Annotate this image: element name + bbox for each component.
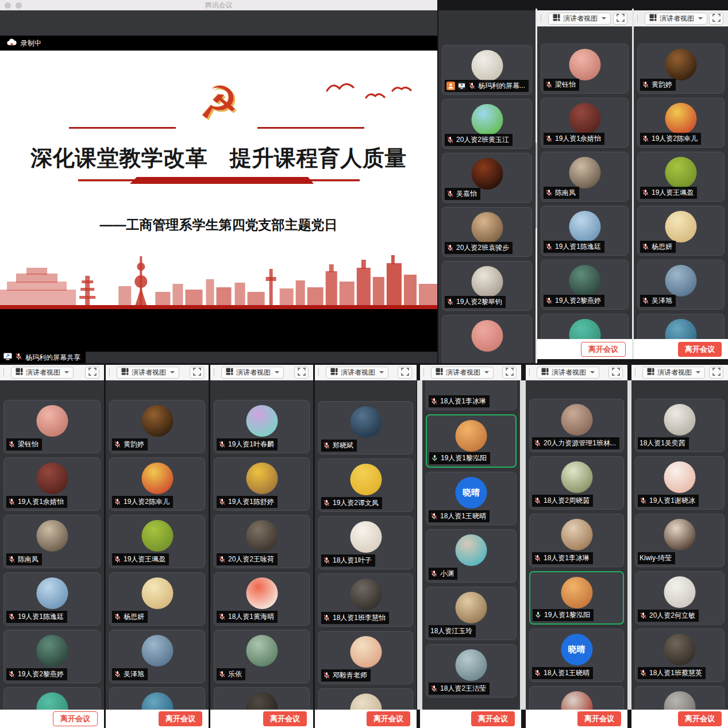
participant-tile[interactable]: 杨思妍 [109, 572, 205, 626]
participant-tile[interactable]: 18人资1李冰琳 [529, 514, 624, 567]
view-mode-dropdown[interactable]: 演讲者视图 [326, 367, 388, 379]
participant-tile[interactable]: 黄韵婷 [637, 44, 725, 94]
fullscreen-button[interactable] [398, 367, 412, 379]
view-mode-dropdown[interactable]: 演讲者视图 [645, 13, 707, 25]
participant-tile[interactable] [541, 314, 629, 339]
leave-meeting-button[interactable]: 离开会议 [263, 711, 307, 726]
participant-tile[interactable]: 19人资2陈幸儿 [109, 457, 205, 511]
participant-name-label: Kiwiy-绮莹 [638, 552, 675, 564]
participant-avatar [665, 49, 697, 80]
participant-tile[interactable] [442, 315, 532, 363]
fullscreen-button[interactable] [613, 13, 627, 25]
participant-tile[interactable]: 19人资2黎燕婷 [3, 630, 101, 683]
participant-tile[interactable]: 19人资王珮盈 [637, 152, 725, 202]
participant-tile[interactable]: 19人资1陈逸廷 [3, 572, 101, 626]
participant-tile[interactable] [3, 687, 101, 710]
participant-tile[interactable]: Kiwiy-绮莹 [635, 514, 725, 567]
screen-share-badge-icon [457, 82, 466, 90]
fullscreen-button[interactable] [85, 367, 99, 379]
participant-tile[interactable]: 19人资1黎泓阳 [426, 414, 517, 468]
participant-tile[interactable]: 19人资2黎翠钧 [442, 261, 532, 311]
participant-tile[interactable]: 18人资2周晓茵 [529, 456, 624, 510]
participant-tile[interactable]: 晓晴18人资1王晓晴 [426, 472, 517, 525]
fullscreen-button[interactable] [294, 367, 309, 379]
participant-tile[interactable]: 陈南凤 [541, 152, 629, 202]
participant-tile[interactable]: 18人资1班李慧怡 [318, 573, 413, 627]
participant-tile[interactable]: 18人资1班蔡慧英 [635, 629, 725, 682]
fullscreen-button[interactable] [709, 367, 723, 379]
view-mode-dropdown[interactable]: 演讲者视图 [431, 367, 494, 379]
participant-tile[interactable]: 19人资2黎燕婷 [541, 260, 629, 310]
participant-name-label: 18人资江玉玲 [429, 625, 476, 637]
participant-tile[interactable]: 19人资王珮盈 [109, 515, 205, 568]
leave-meeting-button[interactable]: 离开会议 [53, 711, 98, 726]
view-mode-dropdown[interactable]: 演讲者视图 [11, 367, 74, 379]
participant-tile[interactable]: 20人资2王咏荷 [214, 515, 310, 568]
participant-tile[interactable]: 杨玛利的屏幕... [442, 45, 532, 95]
leave-meeting-button[interactable]: 离开会议 [678, 711, 722, 726]
participant-tile[interactable]: 吴泽旭 [637, 260, 725, 310]
participant-tile[interactable] [109, 687, 205, 710]
participant-tile[interactable]: 吴泽旭 [109, 630, 205, 683]
participant-tile[interactable]: 19人资2陈幸儿 [637, 98, 725, 148]
participant-tile[interactable]: 郑晓斌 [318, 401, 413, 454]
participant-tile[interactable]: 19人资1陈逸廷 [541, 206, 629, 256]
participant-tile[interactable]: 黄韵婷 [109, 400, 205, 453]
participant-tile[interactable] [637, 314, 725, 339]
caret-down-icon [64, 371, 69, 373]
participant-name-label: 吴泽旭 [112, 668, 148, 680]
participant-name-label: 19人资2陈幸儿 [112, 496, 173, 508]
participant-tile[interactable]: 乐依 [214, 630, 310, 683]
participant-tile[interactable]: 18人资1黄海晴 [214, 572, 310, 626]
leave-meeting-button[interactable]: 离开会议 [577, 711, 621, 726]
fullscreen-button[interactable] [190, 367, 204, 379]
mic-muted-icon [545, 135, 553, 142]
participant-tile[interactable] [214, 687, 310, 710]
leave-meeting-button[interactable]: 离开会议 [581, 342, 626, 357]
leave-meeting-button[interactable]: 离开会议 [471, 711, 515, 726]
participant-tile[interactable]: 20人资2班黄玉江 [442, 99, 532, 149]
participant-tile[interactable]: 19人资1佘婧怡 [541, 98, 629, 148]
fullscreen-button[interactable] [709, 13, 723, 25]
participant-tile[interactable]: 18人资1李冰琳 [426, 380, 517, 410]
participant-tile[interactable]: 18人资2王洁莹 [426, 644, 517, 698]
view-mode-dropdown[interactable]: 演讲者视图 [537, 367, 599, 379]
participant-tile[interactable]: 小渊 [426, 529, 517, 583]
participant-tile[interactable]: 19人资1黎泓阳 [529, 571, 624, 625]
participant-tile[interactable]: 20人资2何立敏 [635, 571, 725, 625]
leave-meeting-button[interactable]: 离开会议 [159, 711, 202, 726]
leave-meeting-button[interactable]: 离开会议 [678, 342, 722, 357]
participant-tile[interactable] [318, 688, 413, 710]
participant-tile[interactable]: 杨思妍 [637, 206, 725, 256]
mic-muted-icon [640, 497, 647, 504]
participant-tile[interactable]: 20人力资源管理1班林... [529, 399, 624, 452]
participant-tile[interactable]: 19人资2谭文凤 [318, 459, 413, 512]
fullscreen-button[interactable] [608, 367, 623, 379]
participant-tile[interactable]: 梁钰怡 [3, 400, 101, 453]
participant-tile[interactable]: 19人资1谢晓冰 [635, 456, 725, 510]
leave-strip: 离开会议 [106, 710, 209, 728]
participant-tile[interactable]: 19人资1陈舒婷 [214, 457, 310, 511]
participant-tile[interactable]: 陈南凤 [3, 515, 101, 568]
participant-tile[interactable]: 18人资1吴奕茜 [635, 399, 725, 452]
mic-muted-icon [8, 671, 16, 678]
participant-tile[interactable] [529, 686, 624, 710]
participant-tile[interactable]: 18人资江玉玲 [426, 587, 517, 640]
participant-tile[interactable]: 梁钰怡 [541, 44, 629, 94]
participant-tile[interactable]: 晓晴18人资1王晓晴 [529, 629, 624, 682]
participant-tile[interactable]: 邓毅青老师 [318, 631, 413, 684]
participant-tile[interactable] [635, 686, 725, 710]
view-mode-dropdown[interactable]: 演讲者视图 [221, 367, 284, 379]
participant-tile[interactable]: 19人资1叶春麟 [214, 400, 310, 453]
participant-tile[interactable]: 18人资1叶子 [318, 516, 413, 569]
view-mode-dropdown[interactable]: 演讲者视图 [642, 367, 705, 379]
participant-tile[interactable]: 20人资2班袁骏步 [442, 207, 532, 257]
participant-tile[interactable]: 19人资1佘婧怡 [3, 457, 101, 511]
participant-tile[interactable]: 吴嘉怡 [442, 153, 532, 203]
leave-meeting-button[interactable]: 离开会议 [367, 711, 410, 726]
participant-strip: 郑晓斌19人资2谭文凤18人资1叶子18人资1班李慧怡邓毅青老师 [315, 380, 417, 710]
view-mode-dropdown[interactable]: 演讲者视图 [548, 13, 611, 25]
view-mode-dropdown[interactable]: 演讲者视图 [117, 367, 179, 379]
participant-name: 19人资2陈幸儿 [124, 497, 170, 507]
fullscreen-button[interactable] [502, 367, 517, 379]
